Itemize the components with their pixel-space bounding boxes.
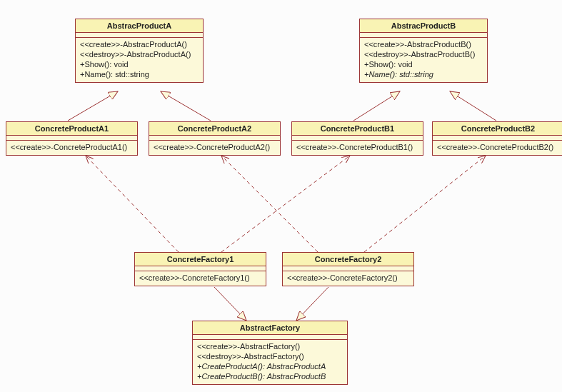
class-concreteproductb2: ConcreteProductB2 <<create>>-ConcretePro… (432, 121, 562, 156)
operation: +CreateProductA(): AbstracProductA (197, 361, 343, 371)
svg-line-9 (296, 287, 328, 321)
operation: <<create>>-AbstracProductA() (80, 39, 199, 49)
operation: <<destroy>>-AbstracProductA() (80, 49, 199, 59)
operation: <<create>>-AbstractFactory() (197, 341, 343, 351)
operation: +CreateProductB(): AbstracProductB (197, 371, 343, 381)
class-operations: <<create>>-ConcreteFactory1() (135, 271, 266, 286)
operation: <<create>>-ConcreteProductB2() (437, 142, 559, 152)
class-title: ConcreteProductB2 (433, 122, 562, 136)
operation: <<create>>-ConcreteProductB1() (296, 142, 418, 152)
class-operations: <<create>>-AbstractFactory()<<destroy>>-… (193, 340, 347, 384)
operation: +Name(): std::string (364, 69, 483, 79)
class-title: ConcreteFactory2 (283, 253, 413, 266)
class-abstractfactory: AbstractFactory <<create>>-AbstractFacto… (192, 321, 348, 385)
class-title: ConcreteProductA2 (149, 122, 280, 136)
class-operations: <<create>>-AbstracProductA()<<destroy>>-… (76, 38, 203, 82)
class-concreteproductb1: ConcreteProductB1 <<create>>-ConcretePro… (291, 121, 423, 156)
class-abstracproducta: AbstracProductA <<create>>-AbstracProduc… (75, 19, 204, 83)
operation: +Show(): void (80, 59, 199, 69)
class-operations: <<create>>-ConcreteProductA2() (149, 141, 280, 155)
class-concretefactory2: ConcreteFactory2 <<create>>-ConcreteFact… (282, 252, 414, 286)
class-concreteproducta1: ConcreteProductA1 <<create>>-ConcretePro… (6, 121, 138, 156)
svg-line-5 (221, 156, 350, 252)
svg-line-2 (353, 91, 400, 121)
operation: <<create>>-ConcreteProductA2() (154, 142, 276, 152)
class-concreteproducta2: ConcreteProductA2 <<create>>-ConcretePro… (149, 121, 281, 156)
class-operations: <<create>>-AbstracProductB()<<destroy>>-… (360, 38, 487, 82)
class-operations: <<create>>-ConcreteProductA1() (6, 141, 137, 155)
class-title: AbstracProductB (360, 19, 487, 33)
svg-line-7 (364, 156, 486, 252)
class-operations: <<create>>-ConcreteProductB2() (433, 141, 562, 155)
svg-line-4 (86, 156, 179, 252)
svg-line-0 (68, 91, 118, 121)
class-title: ConcreteFactory1 (135, 253, 266, 266)
operation: <<create>>-ConcreteFactory2() (287, 273, 409, 283)
class-abstracproductb: AbstracProductB <<create>>-AbstracProduc… (359, 19, 488, 83)
class-concretefactory1: ConcreteFactory1 <<create>>-ConcreteFact… (134, 252, 266, 286)
class-operations: <<create>>-ConcreteFactory2() (283, 271, 413, 286)
operation: +Name(): std::string (80, 69, 199, 79)
class-title: ConcreteProductA1 (6, 122, 137, 136)
svg-line-6 (221, 156, 318, 252)
class-title: AbstractFactory (193, 321, 347, 335)
svg-line-3 (450, 91, 496, 121)
class-operations: <<create>>-ConcreteProductB1() (292, 141, 423, 155)
class-title: AbstracProductA (76, 19, 203, 33)
svg-line-1 (161, 91, 211, 121)
class-title: ConcreteProductB1 (292, 122, 423, 136)
operation: <<create>>-AbstracProductB() (364, 39, 483, 49)
operation: <<create>>-ConcreteFactory1() (139, 273, 261, 283)
operation: <<destroy>>-AbstracProductB() (364, 49, 483, 59)
operation: +Show(): void (364, 59, 483, 69)
svg-line-8 (214, 287, 246, 321)
operation: <<create>>-ConcreteProductA1() (11, 142, 133, 152)
operation: <<destroy>>-AbstractFactory() (197, 351, 343, 361)
